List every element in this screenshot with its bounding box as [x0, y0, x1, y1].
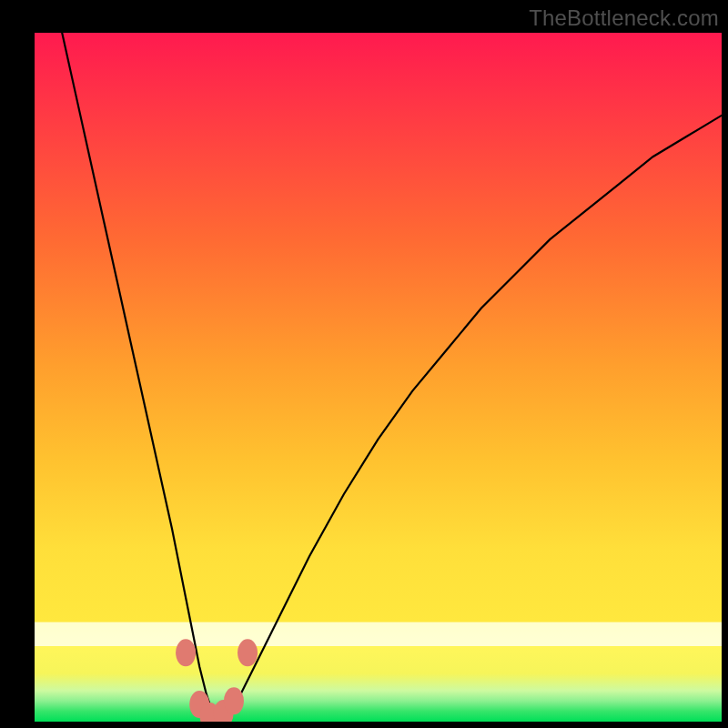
curve-marker	[224, 687, 244, 714]
chart-frame: TheBottleneck.com	[0, 0, 728, 728]
watermark-text: TheBottleneck.com	[529, 5, 719, 31]
curve-marker	[176, 639, 196, 666]
curve-marker	[238, 639, 258, 666]
chart-svg	[35, 33, 722, 722]
plot-area	[35, 33, 722, 722]
